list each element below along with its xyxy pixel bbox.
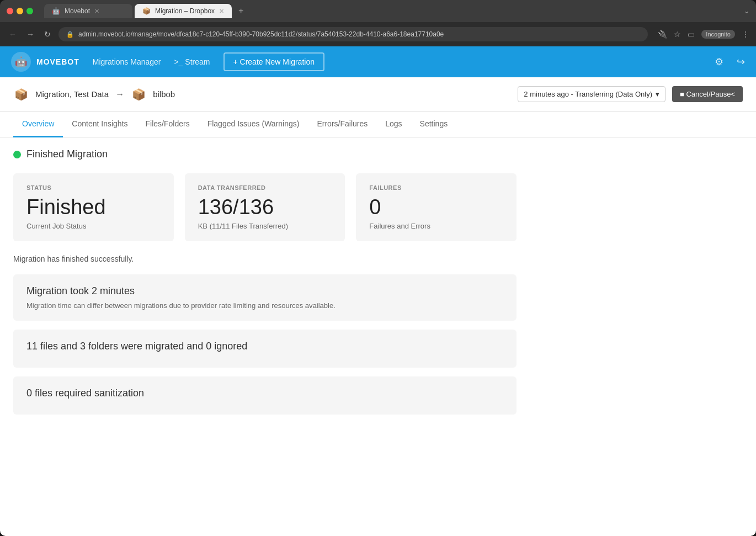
browser-icons: 🔌 ☆ ▭ Incognito ⋮ xyxy=(658,30,749,39)
create-new-migration-button[interactable]: + Create New Migration xyxy=(223,52,324,71)
sidebar-toggle-icon[interactable]: ▭ xyxy=(688,30,695,39)
data-transferred-stat-label: DATA TRANSFERRED xyxy=(198,184,332,191)
status-dropdown-label: 2 minutes ago - Transferring (Data Only) xyxy=(524,90,652,98)
browser-tab-movebot[interactable]: 🤖 Movebot ✕ xyxy=(44,4,132,18)
tab-errors-failures[interactable]: Errors/Failures xyxy=(308,112,376,137)
status-stat-sub: Current Job Status xyxy=(26,222,161,230)
close-button[interactable] xyxy=(7,8,13,14)
brand-logo: 🤖 xyxy=(11,52,31,72)
status-green-dot xyxy=(13,151,21,158)
tab-settings[interactable]: Settings xyxy=(411,112,457,137)
lock-icon: 🔒 xyxy=(66,31,74,38)
status-stat-value: Finished xyxy=(26,197,161,217)
migration-header: 📦 Migration, Test Data → 📦 bilbob 2 minu… xyxy=(0,77,756,112)
status-stat-label: STATUS xyxy=(26,184,161,191)
info-card-files-folders: 11 files and 3 folders were migrated and… xyxy=(13,330,517,368)
source-dropbox-icon: 📦 xyxy=(13,87,29,102)
arrow-icon: → xyxy=(115,89,124,99)
target-name: bilbob xyxy=(153,89,175,99)
tab-files-folders[interactable]: Files/Folders xyxy=(137,112,199,137)
stats-cards: STATUS Finished Current Job Status DATA … xyxy=(13,173,517,241)
window-controls: ⌄ xyxy=(744,7,749,15)
tab-content-insights[interactable]: Content Insights xyxy=(63,112,136,137)
dropbox-tab-icon: 📦 xyxy=(142,7,151,15)
files-folders-card-title: 11 files and 3 folders were migrated and… xyxy=(26,341,503,352)
main-content: Finished Migration STATUS Finished Curre… xyxy=(0,137,530,434)
minimize-button[interactable] xyxy=(17,8,23,14)
title-bar: 🤖 Movebot ✕ 📦 Migration – Dropbox ✕ + ⌄ xyxy=(0,0,756,22)
finished-indicator: Finished Migration xyxy=(13,148,517,160)
target-dropbox-icon: 📦 xyxy=(131,87,146,102)
data-transferred-stat-sub: KB (11/11 Files Transferred) xyxy=(198,222,332,230)
brand: 🤖 MOVEBOT xyxy=(11,52,79,72)
data-transferred-stat-value: 136/136 xyxy=(198,197,332,217)
sanitization-card-title: 0 files required sanitization xyxy=(26,388,503,399)
stat-card-failures: FAILURES 0 Failures and Errors xyxy=(356,173,517,241)
url-text: admin.movebot.io/manage/move/dfca18c7-c1… xyxy=(78,30,444,38)
traffic-lights xyxy=(7,8,33,14)
stat-card-status: STATUS Finished Current Job Status xyxy=(13,173,174,241)
movebot-tab-label: Movebot xyxy=(65,7,90,15)
logout-icon[interactable]: ↪ xyxy=(737,56,745,68)
browser-tabs: 🤖 Movebot ✕ 📦 Migration – Dropbox ✕ + xyxy=(44,4,248,18)
stat-card-data-transferred: DATA TRANSFERRED 136/136 KB (11/11 Files… xyxy=(185,173,345,241)
dropbox-tab-close[interactable]: ✕ xyxy=(219,8,224,15)
failures-stat-label: FAILURES xyxy=(369,184,503,191)
source-name: Migration, Test Data xyxy=(35,89,109,99)
cancel-pause-button[interactable]: ■ Cancel/Pause< xyxy=(672,86,743,102)
app-nav: 🤖 MOVEBOT Migrations Manager >_ Stream +… xyxy=(0,46,756,77)
movebot-tab-icon: 🤖 xyxy=(52,7,60,15)
chevron-down-icon: ▾ xyxy=(656,90,659,98)
brand-name: MOVEBOT xyxy=(36,57,79,66)
duration-card-title: Migration took 2 minutes xyxy=(26,285,503,297)
settings-icon[interactable]: ⚙ xyxy=(715,56,723,68)
menu-icon[interactable]: ⋮ xyxy=(742,30,749,39)
bookmark-icon[interactable]: ☆ xyxy=(674,30,681,39)
dropbox-tab-label: Migration – Dropbox xyxy=(155,7,215,15)
movebot-tab-close[interactable]: ✕ xyxy=(94,8,99,15)
forward-button[interactable]: → xyxy=(24,28,36,41)
failures-stat-value: 0 xyxy=(369,197,503,217)
refresh-button[interactable]: ↻ xyxy=(42,28,53,41)
info-card-sanitization: 0 files required sanitization xyxy=(13,376,517,415)
tab-logs[interactable]: Logs xyxy=(376,112,411,137)
maximize-button[interactable] xyxy=(26,8,33,14)
finished-label: Finished Migration xyxy=(26,148,108,160)
url-bar[interactable]: 🔒 admin.movebot.io/manage/move/dfca18c7-… xyxy=(58,27,648,41)
info-card-duration: Migration took 2 minutes Migration time … xyxy=(13,274,517,321)
address-bar: ← → ↻ 🔒 admin.movebot.io/manage/move/dfc… xyxy=(0,22,756,46)
new-tab-button[interactable]: + xyxy=(234,6,248,16)
extensions-icon[interactable]: 🔌 xyxy=(658,30,667,39)
failures-stat-sub: Failures and Errors xyxy=(369,222,503,230)
nav-stream[interactable]: >_ Stream xyxy=(174,57,210,66)
tab-overview[interactable]: Overview xyxy=(13,112,63,137)
success-message: Migration has finished successfully. xyxy=(13,254,517,263)
back-button[interactable]: ← xyxy=(7,28,19,41)
incognito-badge: Incognito xyxy=(701,30,735,39)
duration-card-desc: Migration time can differ between migrat… xyxy=(26,301,503,310)
page-tabs: Overview Content Insights Files/Folders … xyxy=(0,112,756,137)
tab-flagged-issues[interactable]: Flagged Issues (Warnings) xyxy=(199,112,308,137)
browser-tab-dropbox[interactable]: 📦 Migration – Dropbox ✕ xyxy=(135,4,232,18)
browser-window: 🤖 Movebot ✕ 📦 Migration – Dropbox ✕ + ⌄ … xyxy=(0,0,756,536)
app-content: 🤖 MOVEBOT Migrations Manager >_ Stream +… xyxy=(0,46,756,536)
nav-migrations-manager[interactable]: Migrations Manager xyxy=(93,57,161,66)
status-dropdown[interactable]: 2 minutes ago - Transferring (Data Only)… xyxy=(518,86,666,102)
